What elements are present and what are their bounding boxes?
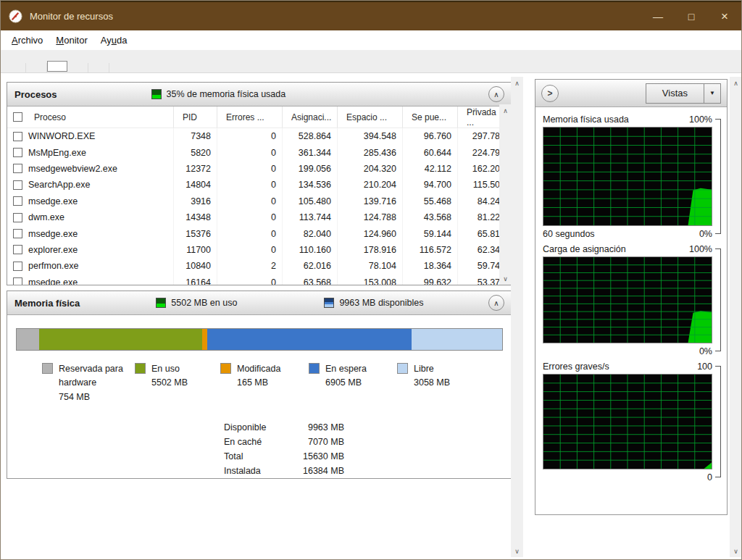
tab[interactable] [47, 61, 67, 72]
cell-pid: 3916 [174, 193, 217, 209]
main-vertical-scrollbar[interactable]: ∧ ∨ [511, 77, 523, 557]
in-use-label: 5502 MB en uso [171, 298, 237, 308]
row-checkbox[interactable] [13, 196, 22, 206]
memory-segment-in-use [39, 329, 202, 350]
row-checkbox[interactable] [13, 277, 22, 285]
cell-espacio: 210.204 [338, 177, 403, 193]
scroll-up-icon[interactable]: ∧ [499, 104, 512, 117]
table-row[interactable]: dwm.exe 14348 0 113.744 124.788 43.568 8… [7, 209, 512, 225]
graph-title: Carga de asignación [543, 244, 626, 254]
select-all-checkbox[interactable] [13, 112, 22, 122]
column-header-proceso[interactable]: Proceso [7, 106, 174, 128]
menu-item[interactable]: Archivo [5, 32, 49, 49]
collapse-processes-button[interactable]: ∧ [488, 86, 504, 102]
cell-pid: 10840 [174, 258, 217, 274]
sort-indicator-icon: ∨ [472, 106, 477, 113]
collapse-memory-button[interactable]: ∧ [488, 295, 504, 311]
window-vertical-scrollbar[interactable]: ∧ ∨ [730, 77, 742, 557]
cell-espacio: 204.320 [338, 161, 403, 177]
scroll-down-icon[interactable]: ∨ [499, 272, 512, 285]
column-header-errores[interactable]: Errores ... [217, 106, 283, 128]
physical-memory-panel-header[interactable]: Memoria física 5502 MB en uso 9963 MB di… [7, 291, 512, 315]
graph-plot-area [543, 374, 712, 469]
memory-stats: Disponible 9963 MB En caché 7070 MB Tota… [224, 420, 503, 478]
memory-segment-standby [207, 329, 412, 350]
maximize-button[interactable]: □ [675, 2, 708, 30]
scroll-down-icon[interactable]: ∨ [730, 545, 742, 557]
cell-se-puede: 18.364 [403, 258, 458, 274]
row-checkbox[interactable] [13, 213, 22, 222]
cell-errores: 0 [217, 161, 283, 177]
stat-label: Total [224, 449, 288, 464]
row-checkbox[interactable] [13, 245, 22, 254]
cell-asignacion: 199.056 [283, 161, 338, 177]
cell-asignacion: 113.744 [283, 209, 338, 225]
legend-label: Libre [414, 362, 450, 376]
cell-espacio: 124.788 [338, 209, 403, 225]
table-row[interactable]: MsMpEng.exe 5820 0 361.344 285.436 60.64… [7, 144, 512, 160]
tab[interactable] [26, 63, 47, 72]
close-button[interactable]: × [708, 2, 741, 30]
cell-se-puede: 96.760 [403, 128, 458, 144]
table-row[interactable]: msedge.exe 16164 0 63.568 153.008 99.632… [7, 275, 512, 285]
row-checkbox[interactable] [13, 229, 22, 238]
menu-item[interactable]: Ayuda [94, 32, 134, 49]
row-checkbox[interactable] [13, 164, 22, 173]
cell-se-puede: 99.632 [403, 275, 458, 285]
table-row[interactable]: msedgewebview2.exe 12372 0 199.056 204.3… [7, 161, 512, 177]
menu-bar: ArchivoMonitorAyuda [1, 30, 741, 50]
stat-label: Instalada [224, 464, 288, 478]
expand-panel-button[interactable]: > [541, 85, 559, 102]
processes-panel-header[interactable]: Procesos 35% de memoria física usada ∧ [7, 83, 512, 106]
in-use-icon [156, 298, 166, 308]
legend-item: Modificada165 MB [220, 362, 309, 404]
row-checkbox[interactable] [13, 262, 22, 271]
memory-legend: Reservada para hardware754 MB En uso5502… [16, 362, 503, 404]
process-table-body: WINWORD.EXE 7348 0 528.864 394.548 96.76… [7, 128, 512, 285]
table-row[interactable]: explorer.exe 11700 0 110.160 178.916 116… [7, 242, 512, 258]
process-table-scrollbar[interactable]: ∧ ∨ [499, 104, 512, 285]
legend-swatch [220, 363, 231, 374]
scroll-up-icon[interactable]: ∧ [511, 77, 523, 89]
graph-footer-left: 60 segundos [543, 229, 595, 239]
cell-espacio: 285.436 [338, 144, 403, 160]
table-row[interactable]: msedge.exe 3916 0 105.480 139.716 55.468… [7, 193, 512, 209]
graph-title: Memoria física usada [543, 114, 629, 125]
process-name: perfmon.exe [28, 261, 78, 271]
cell-errores: 0 [217, 242, 283, 258]
minimize-button[interactable]: — [641, 2, 675, 30]
table-row[interactable]: msedge.exe 15376 0 82.040 124.960 59.144… [7, 225, 512, 241]
graphs-panel-header: > Vistas ▼ [535, 80, 727, 107]
scroll-up-icon[interactable]: ∧ [730, 77, 742, 89]
column-header-se-puede[interactable]: Se pue... [403, 106, 458, 128]
scroll-down-icon[interactable]: ∨ [511, 545, 523, 557]
cell-errores: 0 [217, 193, 283, 209]
cell-errores: 0 [217, 177, 283, 193]
stat-label: Disponible [224, 420, 288, 435]
row-checkbox[interactable] [13, 132, 22, 141]
cell-espacio: 78.104 [338, 258, 403, 274]
legend-item: Libre3058 MB [397, 362, 470, 404]
row-checkbox[interactable] [13, 180, 22, 190]
views-dropdown-button[interactable]: Vistas ▼ [646, 83, 721, 104]
column-header-espacio[interactable]: Espacio ... [338, 106, 403, 128]
menu-item[interactable]: Monitor [49, 32, 93, 49]
graphs-panel: > Vistas ▼ Memoria física usada 100% 60 … [535, 79, 728, 515]
stat-row: En caché 7070 MB [224, 435, 503, 449]
legend-label: En espera [325, 362, 367, 376]
cell-se-puede: 94.700 [403, 177, 458, 193]
stat-value: 15630 MB [288, 449, 344, 464]
tab[interactable] [67, 63, 88, 72]
column-header-pid[interactable]: PID [174, 106, 217, 128]
table-row[interactable]: WINWORD.EXE 7348 0 528.864 394.548 96.76… [7, 128, 512, 144]
column-header-asignacion[interactable]: Asignaci... [283, 106, 338, 128]
tab[interactable] [5, 63, 26, 72]
cell-errores: 0 [217, 128, 283, 144]
row-checkbox[interactable] [13, 148, 22, 157]
legend-swatch [135, 363, 146, 374]
table-row[interactable]: SearchApp.exe 14804 0 134.536 210.204 94… [7, 177, 512, 193]
table-row[interactable]: perfmon.exe 10840 2 62.016 78.104 18.364… [7, 258, 512, 274]
cell-pid: 14348 [174, 209, 217, 225]
tab[interactable] [88, 63, 109, 72]
stat-label: En caché [224, 435, 288, 449]
